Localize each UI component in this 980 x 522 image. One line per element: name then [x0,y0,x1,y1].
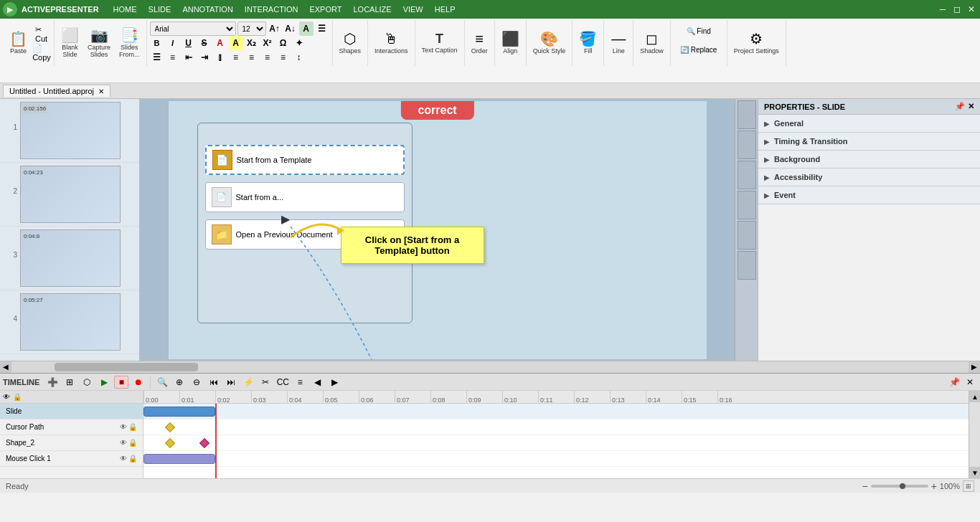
prop-section-general-header[interactable]: ▶ General [758,115,980,132]
numbering-button[interactable]: ≡ [166,50,180,65]
tl-v-scroll-down-btn[interactable]: ▼ [969,467,980,478]
h-scroll-right-btn[interactable]: ▶ [969,361,980,373]
underline-button[interactable]: U [182,36,196,50]
font-color-button[interactable]: A [213,36,227,50]
decrease-indent-button[interactable]: ⇤ [182,50,196,65]
tl-v-scrollbar[interactable]: ▲ ▼ [969,391,980,478]
tl-stop-button[interactable]: ■ [114,376,128,389]
zoom-thumb[interactable] [900,483,905,489]
fit-page-btn[interactable]: ⊞ [963,480,974,492]
shape2-lock-icon[interactable]: 🔒 [128,439,137,447]
track-diamond-shape2-start[interactable] [165,438,175,448]
tl-pin-button[interactable]: 📌 [947,376,961,389]
start-blank-button[interactable]: 📄 Start from a... [205,182,405,212]
prop-section-accessibility-header[interactable]: ▶ Accessibility [758,169,980,186]
menu-home[interactable]: HOME [108,4,143,15]
properties-close-icon[interactable]: ✕ [968,102,974,111]
shapes-button[interactable]: ⬡ Shapes [336,24,365,62]
align-right-button[interactable]: ≡ [260,50,275,65]
tl-caption-button[interactable]: ≡ [293,376,307,389]
increase-font-button[interactable]: A↑ [268,22,282,36]
track-block-slide[interactable] [143,407,215,417]
h-scrollbar[interactable]: ◀ ▶ [0,361,980,372]
prop-section-event-header[interactable]: ▶ Event [758,186,980,204]
fill-color-button[interactable]: A [299,22,314,36]
symbols-button[interactable]: ✦ [292,36,306,50]
strip-thumb-4[interactable] [738,191,756,219]
strip-thumb-1[interactable] [738,100,756,129]
tl-group-button[interactable]: ⬡ [80,376,94,389]
h-scroll-left-btn[interactable]: ◀ [0,361,11,373]
tl-track-shape2[interactable]: Shape_2 👁 🔒 [0,435,143,451]
superscript-button[interactable]: X² [260,36,275,50]
text-caption-button[interactable]: T Text Caption [418,24,461,62]
special-chars-button[interactable]: Ω [276,36,291,50]
slide-thumb-1[interactable]: 1 0:02.156 [0,99,139,163]
track-diamond-cursor-start[interactable] [165,422,175,432]
tl-duplicate-button[interactable]: ⊞ [62,376,77,389]
decrease-font-button[interactable]: A↓ [283,22,298,36]
tl-split-button[interactable]: ⚡ [241,376,255,389]
menu-help[interactable]: HELP [429,4,461,15]
cursor-path-lock-icon[interactable]: 🔒 [128,423,137,431]
bold-button[interactable]: B [150,36,164,50]
columns-button[interactable]: ⫿ [213,50,227,65]
tl-lock-all-button[interactable]: 🔒 [13,393,22,401]
doc-tab-close[interactable]: ✕ [98,87,104,95]
slide-thumb-4[interactable]: 4 0:05:27 [0,290,139,354]
tl-track-slide[interactable]: Slide [0,404,143,419]
menu-slide[interactable]: SLIDE [143,4,177,15]
strip-thumb-2[interactable] [738,130,756,159]
font-size-select[interactable]: 12 [237,22,266,36]
menu-view[interactable]: VIEW [397,4,429,15]
justify-button[interactable]: ≡ [276,50,291,65]
align-left-button[interactable]: ≡ [229,50,243,65]
menu-interaction[interactable]: INTERACTION [239,4,304,15]
subscript-button[interactable]: X₂ [245,36,259,50]
line-button[interactable]: — Line [607,24,630,62]
tl-close-button[interactable]: ✕ [963,376,977,389]
tl-zoom-fit-button[interactable]: 🔍 [155,376,169,389]
h-scroll-track[interactable] [11,361,969,373]
restore-button[interactable]: ◻ [951,4,963,15]
mouse-click-eye-icon[interactable]: 👁 [120,455,127,462]
doc-tab[interactable]: Untitled - Untitled.approj ✕ [3,85,110,97]
track-bar-mouse-click[interactable] [143,454,215,464]
tl-zoom-out-button[interactable]: ⊖ [189,376,204,389]
prop-section-background-header[interactable]: ▶ Background [758,151,980,168]
tl-eye-all-button[interactable]: 👁 [3,393,10,401]
line-spacing-button[interactable]: ↕ [292,50,306,65]
tl-track-mouse-click[interactable]: Mouse Click 1 👁 🔒 [0,451,143,467]
tl-v-scroll-up-btn[interactable]: ▲ [969,391,980,402]
replace-button[interactable]: 🔄 Replace [674,44,724,61]
zoom-out-btn[interactable]: − [862,480,867,492]
find-button[interactable]: 🔍 Find [674,25,724,42]
slide-thumb-3[interactable]: 3 0:04:8 [0,227,139,290]
copy-button[interactable]: 📄 Copy [32,44,51,61]
menu-export[interactable]: EXPORT [303,4,347,15]
tl-v-scroll-track[interactable] [969,402,980,467]
bullets-button[interactable]: ☰ [150,50,164,65]
strikethrough-button[interactable]: S [197,36,212,50]
tl-prev-frame-button[interactable]: ◀ [310,376,324,389]
interactions-button[interactable]: 🖱 Interactions [371,24,412,62]
font-family-select[interactable]: Arial [150,22,236,36]
tl-next-frame-button[interactable]: ▶ [327,376,341,389]
text-effects-button[interactable]: ☰ [315,22,329,36]
tl-play-button[interactable]: ▶ [97,376,111,389]
minimize-button[interactable]: ─ [937,4,948,15]
menu-localize[interactable]: LOCALIZE [347,4,397,15]
increase-indent-button[interactable]: ⇥ [197,50,212,65]
strip-thumb-5[interactable] [738,221,756,250]
tl-track-cursor-path[interactable]: Cursor Path 👁 🔒 [0,419,143,435]
fill-button[interactable]: 🪣 Fill [575,24,600,62]
cut-button[interactable]: ✂ Cut [32,25,51,42]
highlight-button[interactable]: A [229,36,243,50]
tl-trim-button[interactable]: ✂ [258,376,273,389]
italic-button[interactable]: I [166,36,180,50]
track-diamond-shape2-end[interactable] [199,438,209,448]
zoom-in-btn[interactable]: + [931,480,937,492]
start-template-button[interactable]: 📄 Start from a Template [205,145,405,175]
order-button[interactable]: ≡ Order [468,24,491,62]
prop-section-timing-header[interactable]: ▶ Timing & Transition [758,133,980,150]
